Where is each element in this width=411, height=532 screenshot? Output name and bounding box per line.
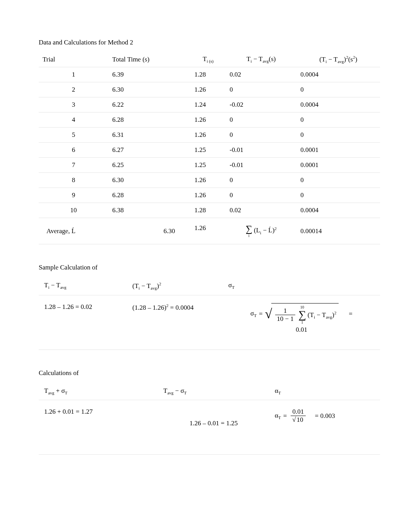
h4-mid: − T [252, 55, 262, 63]
col-header-total-time: Total Time (s) [108, 52, 190, 67]
h5-uc: ) [355, 56, 357, 63]
avg-total: 6.30 [108, 218, 190, 244]
cell-trial: 1 [39, 67, 108, 82]
cc-c3: αT = 0.01 √10 = 0.003 [269, 400, 380, 455]
cell-sq: 0 [296, 188, 380, 203]
h5-pre: T [322, 56, 325, 63]
section-title-calc: Calculations of [39, 369, 380, 377]
cc-eq: = [283, 412, 287, 420]
avg-sum: ∑i (Li − Ĺ)2 [226, 218, 296, 244]
sc-h2-mid: − T [140, 282, 151, 290]
cc-h2: Tavg − σT [158, 382, 269, 400]
sc-lhs: σ [250, 310, 254, 317]
sc-eq2: = [349, 310, 353, 318]
cell-sq: 0 [296, 128, 380, 143]
cell-sq: 0.0004 [296, 203, 380, 218]
cell-ti: 1.26 [190, 188, 226, 203]
cell-ti: 1.26 [190, 82, 226, 97]
avg-ti: 1.26 [190, 218, 226, 244]
cell-diff: -0.02 [226, 97, 296, 113]
cc-h1-mid: + σ [54, 387, 65, 394]
sc-h1-pre: T [44, 281, 48, 289]
cell-diff: 0 [226, 188, 296, 203]
cell-ti: 1.28 [190, 67, 226, 82]
sc-h1-s2: avg [60, 285, 67, 290]
sc-result: 0.01 [228, 326, 375, 334]
cell-sq: 0 [296, 82, 380, 97]
table-row: 96.281.2600 [39, 188, 380, 203]
sc-h3-sub: T [232, 285, 235, 290]
sc-h1: Ti − Tavg [39, 277, 127, 295]
avg-label: Average, Ĺ [39, 218, 108, 244]
sigma-icon: 10 ∑ 1 [298, 305, 306, 324]
cell-total: 6.28 [108, 188, 190, 203]
avg-sum-exp: 2 [274, 226, 277, 231]
ti-base: T [203, 55, 207, 63]
cell-diff: 0 [226, 173, 296, 188]
cell-trial: 7 [39, 158, 108, 173]
cell-trial: 8 [39, 173, 108, 188]
avg-sum-mid: − Ĺ) [261, 227, 274, 234]
term-e: 2 [334, 310, 337, 315]
cc-den: 10 [296, 416, 304, 423]
term-t: T [310, 311, 314, 318]
cell-diff: 0 [226, 113, 296, 128]
cc-h1-s: avg [48, 390, 54, 395]
sc-h2: (Ti − Tavg)2 [127, 277, 223, 295]
col-header-diff: Ti − Tavg(s) [226, 52, 296, 67]
cell-sq: 0 [296, 113, 380, 128]
sc-h2-e: 2 [159, 281, 161, 286]
section-title-data: Data and Calculations for Method 2 [39, 39, 380, 46]
h5-s2: avg [338, 59, 344, 64]
cc-h1-s2: T [65, 390, 68, 395]
cell-sq: 0 [296, 173, 380, 188]
term-mid: − T [315, 311, 326, 318]
cell-trial: 3 [39, 97, 108, 113]
frac-den: 10 − 1 [275, 315, 295, 323]
cell-sq: 0.0001 [296, 143, 380, 158]
sc-c2: (1.28 – 1.26)2 = 0.0004 [127, 295, 223, 350]
sc-c2-post: = 0.0004 [168, 304, 194, 311]
cc-h2-s2: T [184, 390, 187, 395]
cc-h2-mid: − σ [173, 387, 184, 394]
cc-h2-pre: T [163, 387, 167, 394]
cell-total: 6.31 [108, 128, 190, 143]
cell-total: 6.38 [108, 203, 190, 218]
cell-total: 6.39 [108, 67, 190, 82]
table-row: 46.281.2600 [39, 113, 380, 128]
avg-sum-pre: (L [254, 227, 260, 234]
term-s2: avg [326, 315, 332, 319]
sqrt-icon: √ 1 10 − 1 10 ∑ 1 [265, 303, 339, 324]
sc-h1-mid: − T [49, 281, 60, 289]
sc-h2-pre: T [135, 282, 139, 290]
sample-calc-table: Ti − Tavg (Ti − Tavg)2 σT 1.28 – 1.26 = … [39, 277, 380, 350]
col-header-trial: Trial [39, 52, 108, 67]
col-header-sq: (Ti − Tavg)2(s2) [296, 52, 380, 67]
cell-sq: 0.0004 [296, 97, 380, 113]
data-table-method2: Trial Total Time (s) Ti (s) Ti − Tavg(s)… [39, 52, 380, 244]
sc-h3: σT [223, 277, 380, 295]
cc-lhs-s: T [278, 416, 281, 420]
frac-num: 1 [282, 307, 289, 315]
sc-h3-sig: σ [228, 281, 232, 289]
cell-trial: 5 [39, 128, 108, 143]
table-row: 26.301.2600 [39, 82, 380, 97]
cc-h3: αT [269, 382, 380, 400]
sc-h2-s2: avg [151, 286, 157, 290]
cell-diff: -0.01 [226, 143, 296, 158]
cell-ti: 1.25 [190, 158, 226, 173]
cell-trial: 6 [39, 143, 108, 158]
cell-diff: -0.01 [226, 158, 296, 173]
cell-ti: 1.26 [190, 128, 226, 143]
cell-ti: 1.25 [190, 143, 226, 158]
cc-h2-s: avg [167, 390, 173, 395]
cc-c1: 1.26 + 0.01 = 1.27 [39, 400, 158, 455]
sc-c3: σT = √ 1 10 − 1 10 ∑ [223, 295, 380, 350]
h5-mid: − T [327, 56, 337, 63]
cell-diff: 0 [226, 82, 296, 97]
cc-h1-pre: T [44, 387, 48, 394]
cell-total: 6.30 [108, 173, 190, 188]
h4-post: (s) [269, 55, 276, 63]
avg-sq: 0.00014 [296, 218, 380, 244]
cell-total: 6.28 [108, 113, 190, 128]
